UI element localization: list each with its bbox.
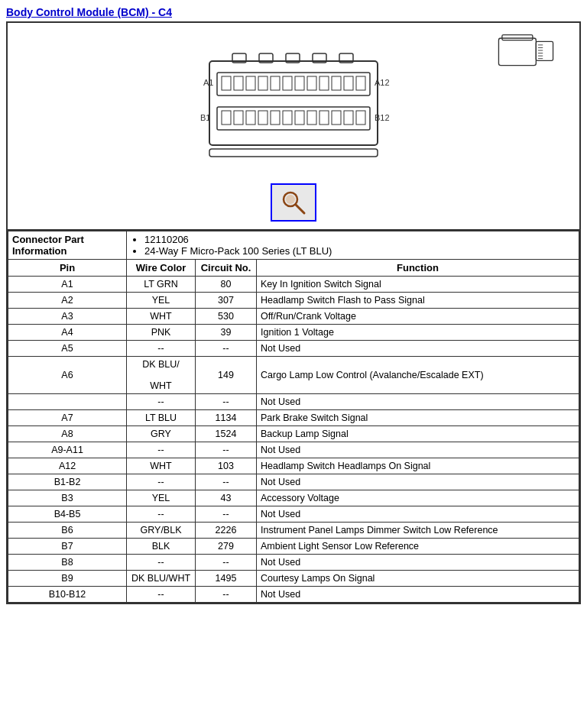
cell-wire: -- bbox=[127, 474, 196, 490]
svg-text:A1: A1 bbox=[203, 78, 213, 87]
cell-function: Accessory Voltage bbox=[257, 490, 579, 506]
cell-circuit: -- bbox=[196, 341, 257, 357]
svg-rect-0 bbox=[498, 38, 536, 66]
cell-pin: A12 bbox=[8, 458, 127, 474]
table-row: A4PNK39Ignition 1 Voltage bbox=[8, 325, 579, 341]
cell-pin: A8 bbox=[8, 426, 127, 442]
svg-rect-9 bbox=[209, 61, 378, 145]
svg-rect-32 bbox=[319, 111, 329, 125]
svg-rect-18 bbox=[295, 76, 304, 90]
cell-circuit: 530 bbox=[196, 309, 257, 325]
table-row: A1LT GRN80Key In Ignition Switch Signal bbox=[8, 277, 579, 293]
cell-function: Ignition 1 Voltage bbox=[257, 325, 579, 341]
cell-wire: DK BLU/WHT bbox=[127, 357, 196, 394]
cell-function: Backup Lamp Signal bbox=[257, 426, 579, 442]
cell-pin: B7 bbox=[8, 539, 127, 555]
cell-circuit: -- bbox=[196, 555, 257, 571]
table-row: B6GRY/BLK2226Instrument Panel Lamps Dimm… bbox=[8, 523, 579, 539]
cell-wire: YEL bbox=[127, 490, 196, 506]
svg-rect-31 bbox=[307, 111, 316, 125]
cell-circuit: -- bbox=[196, 394, 257, 410]
part-description: 24-Way F Micro-Pack 100 Series (LT BLU) bbox=[144, 245, 575, 257]
svg-rect-16 bbox=[271, 76, 280, 90]
svg-rect-19 bbox=[307, 76, 316, 90]
cell-wire: -- bbox=[127, 442, 196, 458]
cell-circuit: 149 bbox=[196, 357, 257, 394]
cell-wire: YEL bbox=[127, 293, 196, 309]
svg-rect-33 bbox=[332, 111, 341, 125]
cell-circuit: -- bbox=[196, 506, 257, 523]
cell-circuit: 307 bbox=[196, 293, 257, 309]
magnify-icon[interactable] bbox=[271, 183, 316, 222]
cell-pin: B10-B12 bbox=[8, 587, 127, 603]
cell-wire: GRY/BLK bbox=[127, 523, 196, 539]
cell-circuit: -- bbox=[196, 442, 257, 458]
svg-text:A12: A12 bbox=[375, 78, 390, 87]
svg-line-48 bbox=[296, 205, 304, 213]
cell-function: Not Used bbox=[257, 442, 579, 458]
cell-wire: BLK bbox=[127, 539, 196, 555]
cell-circuit: 2226 bbox=[196, 523, 257, 539]
svg-rect-21 bbox=[332, 76, 341, 90]
svg-rect-25 bbox=[234, 111, 243, 125]
header-circuit: Circuit No. bbox=[196, 260, 257, 277]
table-row: A9-A11----Not Used bbox=[8, 442, 579, 458]
table-row: B9DK BLU/WHT1495Courtesy Lamps On Signal bbox=[8, 571, 579, 587]
header-wire: Wire Color bbox=[127, 260, 196, 277]
cell-wire: -- bbox=[127, 587, 196, 603]
table-row: A3WHT530Off/Run/Crank Voltage bbox=[8, 309, 579, 325]
table-row: B3YEL43Accessory Voltage bbox=[8, 490, 579, 506]
cell-wire: -- bbox=[127, 394, 196, 410]
cell-wire: -- bbox=[127, 506, 196, 523]
table-row: A6DK BLU/WHT149Cargo Lamp Low Control (A… bbox=[8, 357, 579, 394]
cell-pin bbox=[8, 394, 127, 410]
svg-rect-26 bbox=[246, 111, 255, 125]
cell-circuit: 1495 bbox=[196, 571, 257, 587]
iso-connector-icon bbox=[495, 31, 556, 76]
part-number: 12110206 bbox=[144, 234, 575, 245]
table-row: B4-B5----Not Used bbox=[8, 506, 579, 523]
svg-rect-45 bbox=[209, 149, 378, 157]
svg-rect-27 bbox=[258, 111, 268, 125]
cell-function: Instrument Panel Lamps Dimmer Switch Low… bbox=[257, 523, 579, 539]
table-header-row: Pin Wire Color Circuit No. Function bbox=[8, 260, 579, 277]
cell-wire: DK BLU/WHT bbox=[127, 571, 196, 587]
svg-point-47 bbox=[286, 195, 295, 204]
cell-circuit: 43 bbox=[196, 490, 257, 506]
svg-rect-35 bbox=[356, 111, 365, 125]
table-row: B8----Not Used bbox=[8, 555, 579, 571]
svg-rect-15 bbox=[258, 76, 268, 90]
cell-function: Not Used bbox=[257, 474, 579, 490]
table-row: B10-B12----Not Used bbox=[8, 587, 579, 603]
cell-function: Not Used bbox=[257, 555, 579, 571]
cell-pin: B9 bbox=[8, 571, 127, 587]
cell-function: Not Used bbox=[257, 394, 579, 410]
cell-circuit: -- bbox=[196, 474, 257, 490]
cell-pin: B1-B2 bbox=[8, 474, 127, 490]
cell-wire: WHT bbox=[127, 309, 196, 325]
cell-wire: LT BLU bbox=[127, 410, 196, 426]
svg-rect-14 bbox=[246, 76, 255, 90]
cell-pin: B8 bbox=[8, 555, 127, 571]
cell-pin: B4-B5 bbox=[8, 506, 127, 523]
cell-function: Ambient Light Sensor Low Reference bbox=[257, 539, 579, 555]
cell-wire: WHT bbox=[127, 458, 196, 474]
svg-rect-28 bbox=[271, 111, 280, 125]
cell-circuit: 1524 bbox=[196, 426, 257, 442]
cell-wire: LT GRN bbox=[127, 277, 196, 293]
header-function: Function bbox=[257, 260, 579, 277]
svg-rect-30 bbox=[295, 111, 304, 125]
cell-wire: PNK bbox=[127, 325, 196, 341]
svg-rect-2 bbox=[536, 41, 553, 60]
svg-rect-12 bbox=[222, 76, 231, 90]
cell-wire: -- bbox=[127, 555, 196, 571]
cell-pin: A9-A11 bbox=[8, 442, 127, 458]
svg-rect-13 bbox=[234, 76, 243, 90]
svg-rect-20 bbox=[319, 76, 329, 90]
cell-circuit: 279 bbox=[196, 539, 257, 555]
cell-pin: A1 bbox=[8, 277, 127, 293]
svg-text:B1: B1 bbox=[200, 113, 210, 122]
table-row: A7LT BLU1134Park Brake Switch Signal bbox=[8, 410, 579, 426]
svg-rect-23 bbox=[356, 76, 365, 90]
svg-rect-24 bbox=[222, 111, 231, 125]
